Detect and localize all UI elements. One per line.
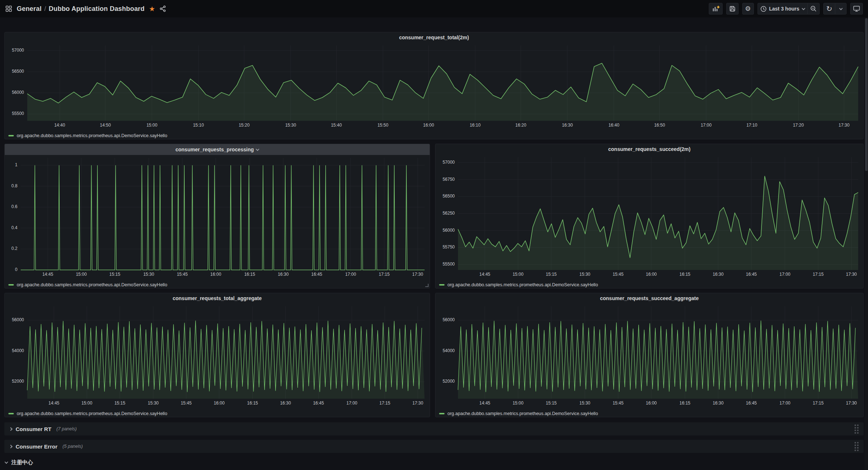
x-tick-label: 17:30 bbox=[412, 272, 423, 277]
x-tick-label: 16:30 bbox=[278, 272, 289, 277]
y-tick-label: 57000 bbox=[5, 48, 24, 53]
x-tick-label: 15:30 bbox=[148, 401, 158, 406]
favorite-star-icon[interactable]: ★ bbox=[149, 5, 155, 13]
legend-swatch bbox=[8, 413, 14, 414]
panel-consumer-requests-succeed-aggregate: consumer_requests_succeed_aggregate 5200… bbox=[435, 293, 864, 417]
x-tick-label: 15:30 bbox=[579, 272, 590, 277]
legend-item[interactable]: org.apache.dubbo.samples.metrics.prometh… bbox=[17, 411, 167, 416]
legend: org.apache.dubbo.samples.metrics.prometh… bbox=[5, 280, 430, 290]
x-tick-label: 16:15 bbox=[244, 272, 255, 277]
y-tick-label: 52000 bbox=[5, 379, 24, 384]
breadcrumb-section[interactable]: General bbox=[17, 5, 41, 12]
row-consumer-error[interactable]: Consumer Error (5 panels) bbox=[4, 440, 864, 453]
x-tick-label: 17:00 bbox=[780, 272, 791, 277]
panel-title[interactable]: consumer_requests_total_aggregate bbox=[173, 295, 262, 301]
x-tick-label: 16:00 bbox=[646, 401, 657, 406]
x-tick-label: 14:50 bbox=[100, 123, 111, 128]
time-series-chart[interactable]: 5550056000565005700014:4014:5015:0015:10… bbox=[5, 43, 863, 131]
row-title[interactable]: Consumer RT bbox=[16, 426, 51, 432]
row-drag-handle[interactable] bbox=[855, 442, 859, 451]
legend-item[interactable]: org.apache.dubbo.samples.metrics.prometh… bbox=[17, 133, 167, 138]
x-tick-label: 16:00 bbox=[214, 401, 225, 406]
x-tick-label: 16:50 bbox=[654, 123, 665, 128]
row-consumer-rt[interactable]: Consumer RT (7 panels) bbox=[4, 422, 864, 435]
x-tick-label: 14:45 bbox=[48, 401, 59, 406]
top-nav: General / Dubbo Application Dashboard ★ bbox=[0, 0, 868, 17]
breadcrumb[interactable]: General / Dubbo Application Dashboard bbox=[17, 5, 145, 13]
share-icon[interactable] bbox=[160, 5, 166, 12]
time-picker-button[interactable]: Last 3 hours bbox=[758, 3, 807, 15]
row-panel-count: (5 panels) bbox=[63, 444, 83, 449]
time-series-chart[interactable]: 00.20.40.60.8114:4515:0015:1515:3015:451… bbox=[5, 155, 430, 280]
time-range-label: Last 3 hours bbox=[769, 6, 799, 12]
panel-title[interactable]: consumer_requests_succeed_aggregate bbox=[600, 295, 699, 301]
legend: org.apache.dubbo.samples.metrics.prometh… bbox=[5, 131, 863, 140]
dashboard-settings-button[interactable]: ⚙ bbox=[742, 3, 754, 15]
y-tick-label: 57000 bbox=[435, 160, 455, 165]
panel-header: consumer_request_total(2m) bbox=[5, 32, 863, 43]
x-tick-label: 15:45 bbox=[181, 401, 192, 406]
x-tick-label: 16:15 bbox=[679, 401, 690, 406]
refresh-group: ↻ bbox=[823, 3, 847, 15]
refresh-button[interactable]: ↻ bbox=[823, 3, 835, 15]
panel-consumer-requests-processing: consumer_requests_processing 00.20.40.60… bbox=[4, 144, 430, 288]
y-tick-label: 56500 bbox=[5, 69, 24, 74]
x-tick-label: 15:00 bbox=[513, 272, 523, 277]
zoom-out-button[interactable] bbox=[807, 3, 820, 15]
kiosk-mode-button[interactable] bbox=[850, 3, 863, 15]
x-tick-label: 15:10 bbox=[193, 123, 204, 128]
x-tick-label: 17:30 bbox=[412, 401, 423, 406]
x-tick-label: 17:30 bbox=[846, 401, 857, 406]
dashboards-grid-icon[interactable] bbox=[5, 5, 12, 12]
page-title: Dubbo Application Dashboard bbox=[49, 5, 145, 12]
x-tick-label: 17:15 bbox=[813, 272, 824, 277]
y-tick-label: 0.8 bbox=[5, 183, 17, 188]
time-series-chart[interactable]: 5550055750560005625056500567505700014:45… bbox=[435, 154, 863, 280]
x-tick-label: 16:30 bbox=[280, 401, 291, 406]
add-panel-button[interactable] bbox=[709, 3, 723, 15]
scrollbar-thumb[interactable] bbox=[865, 18, 868, 171]
legend-item[interactable]: org.apache.dubbo.samples.metrics.prometh… bbox=[17, 282, 167, 287]
legend-item[interactable]: org.apache.dubbo.samples.metrics.prometh… bbox=[447, 282, 598, 287]
save-dashboard-button[interactable] bbox=[726, 3, 739, 15]
x-tick-label: 15:30 bbox=[143, 272, 154, 277]
scrollbar-track[interactable] bbox=[865, 17, 868, 470]
x-tick-label: 16:40 bbox=[608, 123, 619, 128]
time-series-chart[interactable]: 52000540005600014:4515:0015:1515:3015:45… bbox=[5, 303, 430, 409]
panel-header-hovered: consumer_requests_processing bbox=[5, 144, 430, 155]
clock-icon bbox=[760, 6, 767, 12]
row-drag-handle[interactable] bbox=[855, 425, 859, 434]
x-tick-label: 17:00 bbox=[345, 272, 356, 277]
panel-title[interactable]: consumer_request_total(2m) bbox=[399, 35, 469, 40]
row-title[interactable]: Consumer Error bbox=[16, 443, 57, 450]
refresh-interval-button[interactable] bbox=[835, 3, 847, 15]
row-title[interactable]: 注册中心 bbox=[11, 459, 33, 466]
time-range-group: Last 3 hours bbox=[758, 3, 820, 15]
panel-menu-chevron-icon[interactable] bbox=[256, 147, 260, 151]
panel-consumer-requests-succeed-2m: consumer_requests_succeed(2m) 5550055750… bbox=[435, 144, 864, 288]
x-tick-label: 17:15 bbox=[379, 401, 390, 406]
x-tick-label: 16:30 bbox=[713, 272, 724, 277]
time-series-chart[interactable]: 52000540005600014:4515:0015:1515:3015:45… bbox=[435, 303, 863, 409]
y-tick-label: 56000 bbox=[435, 228, 455, 233]
x-tick-label: 15:45 bbox=[612, 401, 623, 406]
row-registry-center[interactable]: 注册中心 bbox=[5, 459, 33, 466]
panel-title[interactable]: consumer_requests_processing bbox=[176, 147, 254, 152]
legend-item[interactable]: org.apache.dubbo.samples.metrics.prometh… bbox=[447, 411, 598, 416]
refresh-icon: ↻ bbox=[826, 5, 832, 12]
x-tick-label: 17:00 bbox=[701, 123, 712, 128]
x-tick-label: 15:15 bbox=[114, 401, 125, 406]
x-tick-label: 16:15 bbox=[247, 401, 258, 406]
chevron-right-icon bbox=[9, 427, 13, 431]
panel-title[interactable]: consumer_requests_succeed(2m) bbox=[608, 146, 690, 152]
monitor-icon bbox=[853, 5, 860, 12]
chevron-right-icon bbox=[9, 445, 13, 448]
chevron-down-icon bbox=[5, 460, 8, 464]
row-panel-count: (7 panels) bbox=[56, 426, 77, 431]
x-tick-label: 16:00 bbox=[210, 272, 221, 277]
x-tick-label: 15:00 bbox=[81, 401, 92, 406]
panel-resize-handle[interactable] bbox=[425, 284, 429, 287]
x-tick-label: 15:50 bbox=[377, 123, 388, 128]
legend-swatch bbox=[439, 284, 445, 286]
y-tick-label: 54000 bbox=[435, 348, 455, 353]
